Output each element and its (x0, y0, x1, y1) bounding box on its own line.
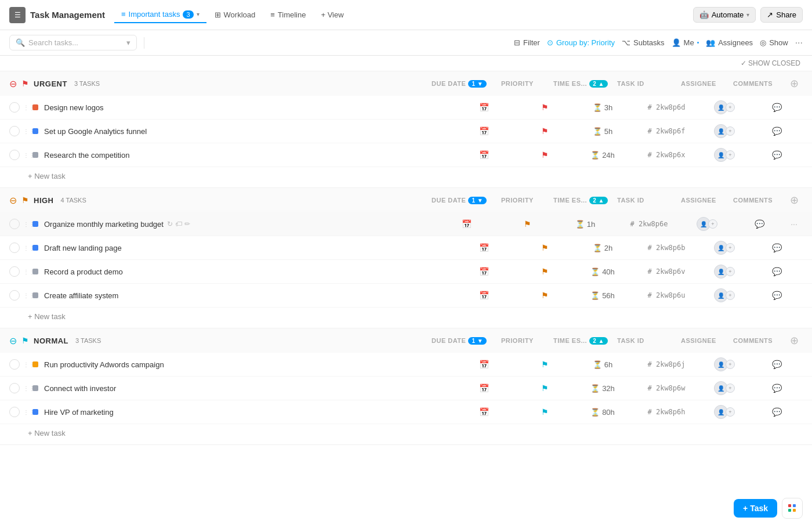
me-button[interactable]: 👤 Me • (672, 38, 699, 47)
group-by-button[interactable]: ⊙ Group by: Priority (547, 38, 615, 47)
cell-priority[interactable]: ⚑ (519, 103, 571, 112)
task-checkbox[interactable] (9, 243, 20, 253)
cell-comments[interactable]: 💬 (751, 384, 803, 393)
tab-view[interactable]: + View (314, 7, 350, 23)
cell-comments[interactable]: 💬 (751, 103, 803, 112)
cell-more[interactable]: ··· (785, 219, 803, 229)
calendar-icon: 📅 (479, 267, 489, 276)
task-checkbox[interactable] (9, 219, 20, 229)
cell-priority[interactable]: ⚑ (519, 291, 571, 300)
add-assignee-icon[interactable]: + (726, 150, 735, 160)
add-task-button[interactable]: + Task (734, 499, 777, 518)
cell-comments[interactable]: 💬 (751, 243, 803, 252)
cell-due-date[interactable]: 📅 (449, 291, 519, 300)
cell-due-date[interactable]: 📅 (449, 243, 519, 252)
tab-label: Important tasks (129, 10, 180, 19)
cell-due-date[interactable]: 📅 (449, 267, 519, 276)
task-checkbox[interactable] (9, 266, 20, 277)
cell-priority[interactable]: ⚑ (501, 219, 553, 229)
tab-workload[interactable]: ⊞ Workload (208, 7, 263, 23)
cell-priority[interactable]: ⚑ (519, 243, 571, 252)
task-checkbox[interactable] (9, 359, 20, 370)
automate-button[interactable]: 🤖 Automate ▾ (693, 7, 756, 23)
cell-assignee[interactable]: 👤 + (698, 241, 751, 255)
filter-button[interactable]: ⊟ Filter (514, 38, 540, 47)
cell-due-date[interactable]: 📅 (449, 360, 519, 369)
cell-assignee[interactable]: 👤 + (698, 100, 751, 114)
col-add-high[interactable]: ⊕ (785, 194, 803, 207)
show-button[interactable]: ◎ Show (760, 38, 788, 47)
add-column-icon[interactable]: ⊕ (790, 194, 799, 206)
add-assignee-icon[interactable]: + (726, 384, 735, 393)
cell-assignee[interactable]: 👤 + (698, 265, 751, 279)
cell-assignee[interactable]: 👤 + (698, 124, 751, 138)
col-add-urgent[interactable]: ⊕ (785, 77, 803, 90)
section-count-normal: 3 TASKS (75, 337, 101, 344)
assignees-button[interactable]: 👥 Assignees (706, 38, 753, 47)
cell-priority[interactable]: ⚑ (519, 407, 571, 417)
cell-comments[interactable]: 💬 (751, 407, 803, 417)
collapse-icon[interactable]: ⊖ (9, 78, 17, 89)
add-assignee-icon[interactable]: + (708, 219, 717, 229)
task-inline-icons: ↻ 🏷 ✏ (167, 220, 190, 228)
cell-due-date[interactable]: 📅 (449, 384, 519, 393)
task-name: Design new logos (44, 103, 449, 112)
add-assignee-icon[interactable]: + (726, 291, 735, 300)
cell-priority[interactable]: ⚑ (519, 150, 571, 160)
subtasks-button[interactable]: ⌥ Subtasks (622, 38, 664, 47)
task-checkbox[interactable] (9, 102, 20, 113)
new-task-button-normal[interactable]: + New task (0, 424, 812, 444)
add-assignee-icon[interactable]: + (726, 360, 735, 369)
comment-icon: 💬 (755, 219, 764, 229)
nav-right: 🤖 Automate ▾ ↗ Share (693, 7, 803, 23)
add-assignee-icon[interactable]: + (726, 103, 735, 112)
cell-priority[interactable]: ⚑ (519, 360, 571, 369)
cell-assignee[interactable]: 👤 + (698, 288, 751, 302)
new-task-button-urgent[interactable]: + New task (0, 167, 812, 187)
task-row: ⋮⋮ Set up Google Analytics funnel 📅 ⚑ ⏳5… (0, 120, 812, 143)
col-add-normal[interactable]: ⊕ (785, 334, 803, 347)
collapse-icon[interactable]: ⊖ (9, 335, 17, 346)
task-checkbox[interactable] (9, 150, 20, 160)
cell-assignee[interactable]: 👤 + (698, 381, 751, 395)
cell-comments[interactable]: 💬 (751, 360, 803, 369)
collapse-icon[interactable]: ⊖ (9, 195, 17, 206)
add-assignee-icon[interactable]: + (726, 407, 735, 417)
me-label: Me (684, 38, 694, 47)
cell-comments[interactable]: 💬 (751, 126, 803, 136)
add-column-icon[interactable]: ⊕ (790, 78, 799, 89)
cell-due-date[interactable]: 📅 (449, 150, 519, 160)
cell-assignee[interactable]: 👤 + (698, 357, 751, 371)
task-checkbox[interactable] (9, 126, 20, 136)
add-assignee-icon[interactable]: + (726, 126, 735, 136)
cell-due-date[interactable]: 📅 (449, 407, 519, 417)
new-task-button-high[interactable]: + New task (0, 308, 812, 328)
cell-due-date[interactable]: 📅 (449, 103, 519, 112)
add-column-icon[interactable]: ⊕ (790, 335, 799, 346)
tab-timeline[interactable]: ≡ Timeline (263, 7, 313, 23)
more-button[interactable]: ··· (795, 38, 803, 48)
task-checkbox[interactable] (9, 407, 20, 417)
show-closed-label: ✓ SHOW CLOSED (741, 59, 800, 67)
cell-due-date[interactable]: 📅 (449, 126, 519, 136)
cell-due-date[interactable]: 📅 (432, 219, 501, 229)
add-assignee-icon[interactable]: + (726, 243, 735, 252)
search-box[interactable]: 🔍 Search tasks... ▾ (9, 35, 137, 50)
cell-priority[interactable]: ⚑ (519, 267, 571, 276)
share-button[interactable]: ↗ Share (760, 7, 803, 23)
cell-priority[interactable]: ⚑ (519, 126, 571, 136)
cell-assignee[interactable]: 👤 + (681, 217, 733, 231)
add-assignee-icon[interactable]: + (726, 267, 735, 276)
cell-comments[interactable]: 💬 (751, 267, 803, 276)
hourglass-icon: ⏳ (590, 151, 600, 160)
task-checkbox[interactable] (9, 383, 20, 393)
cell-comments[interactable]: 💬 (733, 219, 785, 229)
task-checkbox[interactable] (9, 290, 20, 301)
cell-comments[interactable]: 💬 (751, 291, 803, 300)
grid-view-button[interactable] (782, 498, 803, 519)
cell-assignee[interactable]: 👤 + (698, 405, 751, 419)
cell-assignee[interactable]: 👤 + (698, 148, 751, 162)
tab-important-tasks[interactable]: ≡ Important tasks 3 ▾ (114, 6, 206, 23)
cell-priority[interactable]: ⚑ (519, 384, 571, 393)
cell-comments[interactable]: 💬 (751, 150, 803, 160)
